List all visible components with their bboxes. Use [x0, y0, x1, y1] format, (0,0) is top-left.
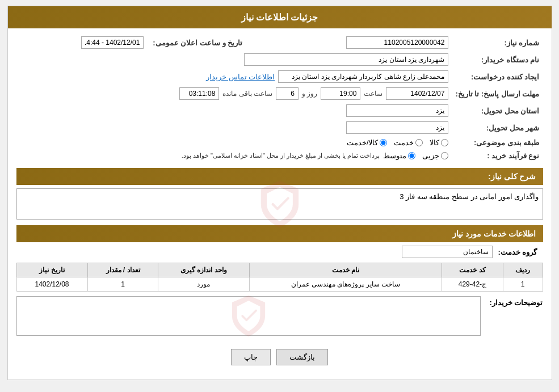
row-category: طبقه بندی موضوعی: کالا خدمت — [16, 136, 543, 149]
proc-jazei-option[interactable]: جزیی — [422, 151, 448, 160]
shenumber-value-cell — [246, 34, 452, 51]
service-group-label: گروه خدمت: — [498, 248, 543, 256]
service-group-input — [402, 246, 493, 258]
description-wrapper: واگذاری امور امانی در سطح منطقه سه فاز 3 — [16, 188, 543, 220]
description-text: واگذاری امور امانی در سطح منطقه سه فاز 3 — [400, 192, 539, 201]
shenumber-label: شماره نیاز: — [452, 34, 543, 51]
days-input — [276, 87, 299, 100]
creator-value-cell: اطلاعات تماس خریدار — [16, 68, 452, 85]
proctype-radio-group: جزیی متوسط — [383, 151, 448, 160]
cat-khedmat-option[interactable]: خدمت — [394, 138, 423, 147]
cat-khedmat-label: خدمت — [394, 138, 414, 147]
cat-kala-khedmat-radio[interactable] — [380, 139, 387, 146]
org-value-cell — [16, 51, 452, 68]
watermark-shield-icon — [254, 179, 305, 230]
row-city: شهر محل تحویل: — [16, 119, 543, 136]
remaining-label: ساعت باقی مانده — [222, 90, 272, 98]
row-province: استان محل تحویل: — [16, 102, 543, 119]
org-label: نام دستگاه خریدار: — [452, 51, 543, 68]
services-table-header-row: ردیف کد خدمت نام خدمت واحد اندازه گیری ت… — [16, 263, 543, 277]
table-cell-name: ساخت سایر پروژه‌های مهندسی عمران — [249, 277, 442, 292]
creator-input — [278, 70, 448, 83]
province-label: استان محل تحویل: — [452, 102, 543, 119]
remaining-input — [179, 87, 219, 100]
table-cell-unit: مورد — [158, 277, 249, 292]
row-deadline: مهلت ارسال پاسخ: تا تاریخ: ساعت روز و سا… — [16, 85, 543, 102]
cat-kala-khedmat-option[interactable]: کالا/خدمت — [347, 138, 388, 147]
services-table-body: 1ج-42-429ساخت سایر پروژه‌های مهندسی عمرا… — [16, 277, 543, 292]
table-row: 1ج-42-429ساخت سایر پروژه‌های مهندسی عمرا… — [16, 277, 543, 292]
creator-row-inline: اطلاعات تماس خریدار — [20, 70, 449, 83]
table-cell-qty: 1 — [87, 277, 158, 292]
announce-input — [81, 36, 144, 49]
cat-kala-label: کالا — [430, 138, 439, 147]
row-org: نام دستگاه خریدار: — [16, 51, 543, 68]
contact-link[interactable]: اطلاعات تماس خریدار — [206, 73, 275, 81]
col-row: ردیف — [503, 263, 543, 277]
services-table: ردیف کد خدمت نام خدمت واحد اندازه گیری ت… — [16, 263, 543, 292]
table-cell-row: 1 — [503, 277, 543, 292]
time-label: ساعت — [364, 90, 383, 98]
main-info-table: شماره نیاز: تاریخ و ساعت اعلان عمومی: نا… — [16, 34, 543, 162]
page-container: جزئیات اطلاعات نیاز شماره نیاز: تاریخ و … — [7, 6, 552, 380]
cat-kala-khedmat-label: کالا/خدمت — [347, 138, 379, 147]
date-input — [386, 87, 448, 100]
creator-label: ایجاد کننده درخواست: — [452, 68, 543, 85]
col-unit: واحد اندازه گیری — [158, 263, 249, 277]
proc-motevaset-option[interactable]: متوسط — [383, 151, 415, 160]
row-proctype: نوع فرآیند خرید : جزیی متوسط — [16, 149, 543, 162]
province-input — [346, 104, 448, 117]
proctype-label: نوع فرآیند خرید : — [452, 149, 543, 162]
proc-note: پرداخت تمام یا بخشی از مبلغ خریدار از مح… — [182, 152, 380, 159]
proc-motevaset-label: متوسط — [383, 151, 406, 160]
table-cell-date: 1402/12/08 — [16, 277, 87, 292]
days-label: روز و — [302, 90, 317, 98]
date-value-cell: ساعت روز و ساعت باقی مانده — [16, 85, 452, 102]
cat-kala-option[interactable]: کالا — [430, 138, 448, 147]
proctype-row-inline: جزیی متوسط پرداخت تمام یا بخشی از مبلغ خ… — [20, 151, 449, 160]
services-table-head: ردیف کد خدمت نام خدمت واحد اندازه گیری ت… — [16, 263, 543, 277]
row-shenumber: شماره نیاز: تاریخ و ساعت اعلان عمومی: — [16, 34, 543, 51]
buyer-notes-label: توضیحات خریدار: — [486, 296, 543, 307]
proc-jazei-label: جزیی — [422, 151, 439, 160]
buyer-notes-section: توضیحات خریدار: — [16, 296, 543, 336]
proctype-value-cell: جزیی متوسط پرداخت تمام یا بخشی از مبلغ خ… — [16, 149, 452, 162]
cat-khedmat-radio[interactable] — [415, 139, 423, 146]
buyer-notes-box — [16, 296, 481, 336]
description-box: واگذاری امور امانی در سطح منطقه سه فاز 3 — [16, 188, 543, 220]
category-radio-group: کالا خدمت کالا/خدمت — [20, 138, 449, 147]
date-label: مهلت ارسال پاسخ: تا تاریخ: — [452, 85, 543, 102]
shenumber-input — [346, 36, 448, 49]
service-group-row: گروه خدمت: — [16, 246, 543, 258]
category-label: طبقه بندی موضوعی: — [452, 136, 543, 149]
city-label: شهر محل تحویل: — [452, 119, 543, 136]
print-button[interactable]: چاپ — [231, 349, 271, 365]
back-button[interactable]: بازگشت — [276, 349, 328, 365]
announce-label: تاریخ و ساعت اعلان عمومی: — [147, 34, 246, 51]
org-input — [244, 53, 448, 66]
bottom-buttons: بازگشت چاپ — [16, 340, 543, 374]
col-name: نام خدمت — [249, 263, 442, 277]
description-section: شرح کلی نیاز: واگذاری امور امانی در سطح … — [16, 168, 543, 220]
page-header: جزئیات اطلاعات نیاز — [8, 6, 552, 28]
cat-kala-radio[interactable] — [441, 139, 448, 146]
city-value-cell — [16, 119, 452, 136]
category-value-cell: کالا خدمت کالا/خدمت — [16, 136, 452, 149]
row-creator: ایجاد کننده درخواست: اطلاعات تماس خریدار — [16, 68, 543, 85]
col-code: کد خدمت — [442, 263, 503, 277]
time-input — [321, 87, 360, 100]
proc-jazei-radio[interactable] — [441, 152, 448, 159]
watermark-shield-icon-2 — [226, 293, 271, 339]
province-value-cell — [16, 102, 452, 119]
announce-value-cell — [16, 34, 148, 51]
col-qty: تعداد / مقدار — [87, 263, 158, 277]
city-input — [346, 121, 448, 134]
content-area: شماره نیاز: تاریخ و ساعت اعلان عمومی: نا… — [8, 28, 552, 380]
page-title: جزئیات اطلاعات نیاز — [241, 12, 318, 22]
deadline-row-inline: ساعت روز و ساعت باقی مانده — [20, 87, 449, 100]
proc-motevaset-radio[interactable] — [408, 152, 415, 159]
table-cell-code: ج-42-429 — [442, 277, 503, 292]
col-date: تاریخ نیاز — [16, 263, 87, 277]
